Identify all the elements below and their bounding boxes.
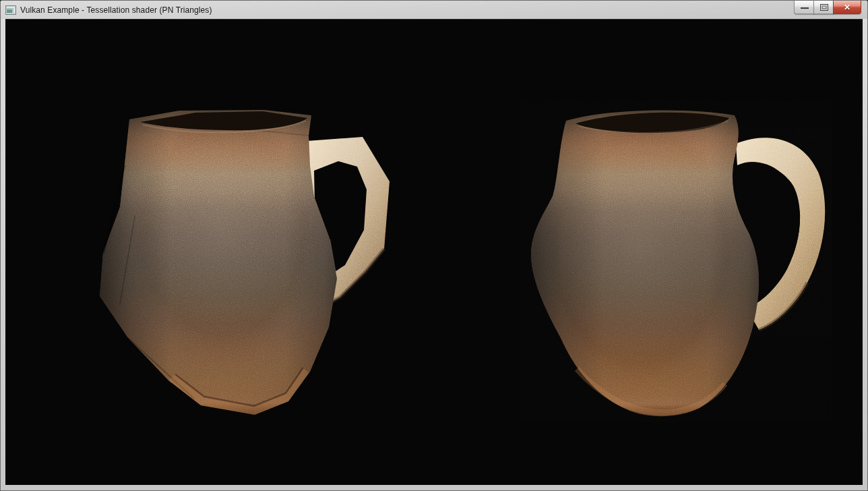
minimize-button[interactable] [794, 1, 814, 14]
window-title: Vulkan Example - Tessellation shader (PN… [20, 5, 212, 15]
jug-right-tessellated [519, 100, 832, 422]
window-controls: ✕ [794, 1, 861, 14]
application-icon [5, 5, 16, 16]
maximize-icon [820, 4, 828, 11]
close-button[interactable]: ✕ [833, 1, 861, 14]
render-viewport[interactable] [5, 19, 863, 485]
titlebar[interactable]: Vulkan Example - Tessellation shader (PN… [1, 1, 867, 19]
maximize-button[interactable] [813, 1, 834, 14]
close-icon: ✕ [844, 3, 850, 12]
jug-left-untessellated [94, 102, 404, 419]
app-window: Vulkan Example - Tessellation shader (PN… [0, 0, 868, 491]
minimize-icon [801, 7, 809, 9]
